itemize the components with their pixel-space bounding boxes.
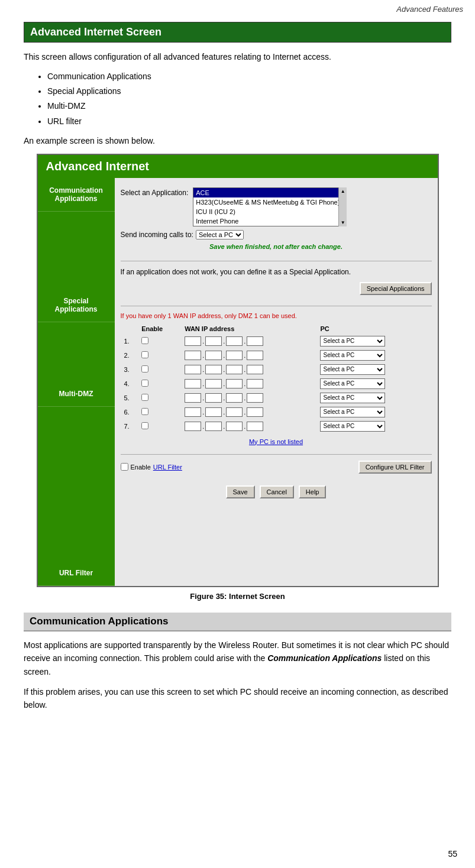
ip-2b[interactable] — [205, 351, 222, 360]
ip-2a[interactable] — [185, 351, 201, 360]
ip-octet-1c[interactable] — [226, 336, 243, 346]
dmz-checkbox-1[interactable] — [141, 337, 148, 344]
app-list-item-iphone[interactable]: Internet Phone — [193, 216, 346, 226]
app-list-item-ace[interactable]: ACE — [193, 188, 346, 197]
ip-3c[interactable] — [226, 365, 243, 374]
ip-7c[interactable] — [226, 422, 243, 431]
ip-6d[interactable] — [247, 407, 263, 417]
table-row: 3. ... Select a PC — [122, 363, 431, 376]
section1-heading: Advanced Internet Screen — [24, 22, 451, 43]
send-incoming-row: Send incoming calls to: Select a PC — [121, 230, 432, 239]
app-list-item-icu[interactable]: ICU II (ICU 2) — [193, 207, 346, 216]
row-num: 5. — [122, 391, 138, 404]
special-description: If an application does not work, you can… — [121, 267, 432, 277]
row-num: 2. — [122, 349, 138, 362]
dmz-checkbox-3[interactable] — [141, 365, 148, 373]
sidebar-item-comm[interactable]: CommunicationApplications — [38, 178, 115, 212]
dmz-checkbox-5[interactable] — [141, 394, 148, 401]
bullet-item: Multi-DMZ — [47, 99, 451, 114]
figure-sidebar: CommunicationApplications SpecialApplica… — [38, 178, 115, 586]
app-list-scrollbar[interactable]: ▲ ▼ — [338, 187, 347, 226]
ip-4d[interactable] — [247, 379, 263, 388]
sidebar-item-url[interactable]: URL Filter — [38, 561, 115, 586]
pc-select-2[interactable]: Select a PC — [320, 350, 385, 361]
ip-3b[interactable] — [205, 365, 222, 374]
section2-para1: Most applications are supported transpar… — [24, 639, 451, 678]
sidebar-item-special[interactable]: SpecialApplications — [38, 289, 115, 322]
pc-select-6[interactable]: Select a PC — [320, 407, 385, 417]
ip-3a[interactable] — [185, 365, 201, 374]
special-applications-button[interactable]: Special Applications — [360, 282, 432, 295]
dmz-checkbox-7[interactable] — [141, 422, 148, 429]
ip-2c[interactable] — [226, 351, 243, 360]
dmz-warning: If you have only 1 WAN IP address, only … — [121, 312, 432, 319]
dmz-checkbox-2[interactable] — [141, 351, 148, 358]
pc-select-7[interactable]: Select a PC — [320, 421, 385, 432]
dmz-col-num — [122, 324, 138, 333]
row-num: 1. — [122, 335, 138, 348]
ip-6a[interactable] — [185, 407, 201, 417]
ip-5b[interactable] — [205, 393, 222, 403]
ip-5a[interactable] — [185, 393, 201, 403]
row-pc[interactable]: Select a PC — [318, 335, 430, 348]
page-header: Advanced Features — [0, 0, 475, 16]
figure-container: Advanced Internet CommunicationApplicati… — [24, 154, 451, 601]
dmz-table: Enable WAN IP address PC 1. — [121, 323, 432, 434]
ip-7b[interactable] — [205, 422, 222, 431]
save-button[interactable]: Save — [226, 485, 255, 498]
row-num: 7. — [122, 420, 138, 433]
ip-5d[interactable] — [247, 393, 263, 403]
ip-7d[interactable] — [247, 422, 263, 431]
table-row: 6. ... Select a PC — [122, 406, 431, 419]
app-list-item-h323[interactable]: H323(CUseeME & MS NetMeetubg & TGI Phone… — [193, 197, 346, 207]
dmz-checkbox-6[interactable] — [141, 408, 148, 415]
ip-octet-1b[interactable] — [205, 336, 222, 346]
page-number: 55 — [448, 849, 457, 859]
ip-7a[interactable] — [185, 422, 201, 431]
ip-6b[interactable] — [205, 407, 222, 417]
help-button[interactable]: Help — [299, 485, 327, 498]
select-app-label: Select an Application: — [121, 187, 189, 197]
ip-octet-1a[interactable] — [185, 336, 201, 346]
app-list[interactable]: ACE H323(CUseeME & MS NetMeetubg & TGI P… — [193, 187, 347, 226]
multidmz-section: If you have only 1 WAN IP address, only … — [121, 309, 432, 452]
table-row: 7. ... Select a PC — [122, 420, 431, 433]
url-left: Enable URL Filter — [121, 463, 182, 471]
figure-box: Advanced Internet CommunicationApplicati… — [37, 154, 439, 587]
ip-4c[interactable] — [226, 379, 243, 388]
section2-heading: Communication Applications — [24, 613, 451, 631]
cancel-button[interactable]: Cancel — [260, 485, 294, 498]
pc-select-4[interactable]: Select a PC — [320, 378, 385, 389]
bullet-item: Special Applications — [47, 84, 451, 99]
configure-url-filter-button[interactable]: Configure URL Filter — [358, 461, 432, 474]
scroll-down-arrow[interactable]: ▼ — [341, 220, 345, 225]
ip-4b[interactable] — [205, 379, 222, 388]
header-title: Advanced Features — [396, 5, 463, 14]
ip-2d[interactable] — [247, 351, 263, 360]
bullet-item: Communication Applications — [47, 69, 451, 84]
scroll-up-arrow[interactable]: ▲ — [341, 189, 345, 194]
ip-5c[interactable] — [226, 393, 243, 403]
table-row: 2. ... Select a PC — [122, 349, 431, 362]
send-incoming-select[interactable]: Select a PC — [196, 230, 244, 239]
pc-select-5[interactable]: Select a PC — [320, 393, 385, 403]
section2-para2: If this problem arises, you can use this… — [24, 685, 451, 712]
app-listbox[interactable]: ACE H323(CUseeME & MS NetMeetubg & TGI P… — [193, 187, 347, 226]
url-filter-section: Enable URL Filter Configure URL Filter — [121, 457, 432, 480]
sidebar-item-dmz[interactable]: Multi-DMZ — [38, 381, 115, 407]
url-filter-link[interactable]: URL Filter — [153, 464, 182, 471]
url-enable-label: Enable — [131, 464, 151, 471]
ip-3d[interactable] — [247, 365, 263, 374]
pc-select-3[interactable]: Select a PC — [320, 364, 385, 375]
row-enable[interactable] — [139, 335, 181, 348]
row-ip: . . . — [182, 335, 316, 348]
my-pc-link[interactable]: My PC is not listed — [249, 438, 303, 445]
table-row: 5. ... Select a PC — [122, 391, 431, 404]
pc-select-1[interactable]: Select a PC — [320, 336, 385, 346]
ip-6c[interactable] — [226, 407, 243, 417]
ip-octet-1d[interactable] — [247, 336, 263, 346]
url-enable-checkbox[interactable] — [121, 463, 128, 471]
example-text: An example screen is shown below. — [24, 136, 451, 145]
ip-4a[interactable] — [185, 379, 201, 388]
dmz-checkbox-4[interactable] — [141, 380, 148, 387]
